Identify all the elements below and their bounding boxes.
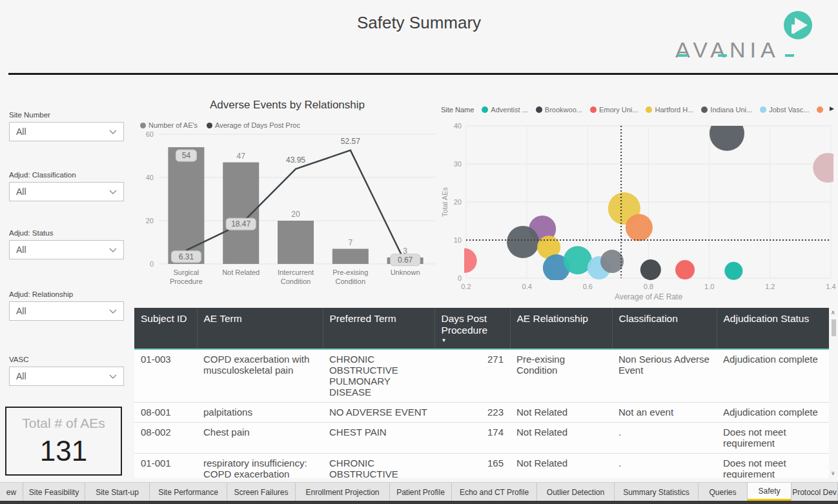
legend-item[interactable]: Average of Days Post Proc: [207, 121, 300, 129]
tab-ew[interactable]: ew: [0, 483, 23, 501]
site-legend-item[interactable]: Brookwoo...: [536, 106, 582, 114]
table-row[interactable]: 08-002Chest painCHEST PAIN174Not Related…: [134, 423, 829, 454]
tab-site-start-up[interactable]: Site Start-up: [85, 483, 150, 501]
tab-outlier-detection[interactable]: Outlier Detection: [537, 483, 615, 501]
bubble-11[interactable]: [600, 250, 624, 273]
y-tick-label: 0: [150, 260, 154, 268]
x-category-label: Surgical: [174, 268, 199, 276]
adverse-events-chart[interactable]: 0204060544720736.3118.4743.9552.570.67Su…: [137, 132, 438, 297]
x-category-label: Intercurrent: [278, 268, 314, 276]
logo-accent-bar: [678, 54, 687, 57]
chevron-down-icon: [109, 309, 117, 314]
ae-table: Subject IDAE TermPreferred TermDays Post…: [134, 308, 829, 478]
logo-accent-bar: [718, 54, 727, 57]
legend-next-arrow-icon[interactable]: ▶: [830, 105, 834, 112]
bubble-13[interactable]: [675, 260, 695, 279]
filter-adjud-relationship: Adjud: Relationship All: [9, 290, 124, 321]
data-label: 0.67: [398, 256, 413, 265]
table-scroll-up-icon[interactable]: ∧: [831, 309, 835, 316]
bubble-1[interactable]: [813, 153, 837, 183]
tab-echo-and-ct-profile[interactable]: Echo and CT Profile: [452, 483, 537, 501]
bubble-12[interactable]: [640, 259, 661, 280]
bar-Not Related[interactable]: [223, 163, 259, 264]
table-cell-subject_id: 08-002: [134, 423, 197, 454]
table-cell-days_post: 174: [434, 423, 510, 454]
table-cell-status: Does not meet requirement: [717, 454, 829, 479]
table-cell-classification: Not an event: [612, 403, 717, 423]
table-row[interactable]: 01-003COPD exacerbation with musculoskel…: [134, 349, 829, 403]
bubble-14[interactable]: [724, 262, 742, 280]
legend-label: Brookwoo...: [545, 106, 582, 114]
tab-summary-statistics[interactable]: Summary Statistics: [615, 483, 699, 501]
chevron-down-icon: [109, 130, 117, 134]
y-tick-label: 10: [454, 236, 462, 244]
y-tick-label: 0: [458, 274, 462, 282]
filter-label: Adjud: Relationship: [9, 290, 124, 298]
legend-dot-icon: [536, 106, 542, 113]
legend-dot-icon: [140, 123, 146, 128]
x-tick-label: 0.8: [644, 283, 653, 290]
column-header-subject_id[interactable]: Subject ID: [134, 308, 197, 349]
column-header-days_post[interactable]: Days Post Procedure▼: [434, 308, 510, 349]
site-legend-item[interactable]: Adventist ...: [482, 106, 527, 114]
table-cell-classification: .: [612, 423, 717, 454]
bubble-0[interactable]: [710, 120, 744, 151]
site-legend-item[interactable]: Jobst Vasc...: [760, 106, 809, 114]
site-legend-item[interactable]: Indiana Uni...: [701, 106, 752, 114]
column-header-relationship[interactable]: AE Relationship: [510, 308, 612, 349]
tab-enrollment-projection[interactable]: Enrollment Projection: [296, 483, 390, 501]
legend-label: Indiana Uni...: [710, 106, 752, 114]
adjud-relationship-dropdown[interactable]: All: [9, 301, 124, 321]
x-tick-label: 1.0: [704, 283, 714, 290]
tab-site-performance[interactable]: Site Performance: [150, 483, 227, 501]
column-header-classification[interactable]: Classification: [612, 308, 717, 349]
column-header-preferred_term[interactable]: Preferred Term: [323, 308, 434, 349]
x-category-label: Unknown: [391, 268, 420, 276]
bubble-5[interactable]: [507, 226, 539, 258]
data-label: 54: [182, 151, 191, 160]
legend-dot-icon: [701, 106, 708, 113]
dropdown-value: All: [16, 186, 26, 197]
table-scrollbar-thumb[interactable]: [832, 319, 836, 336]
adjud-status-dropdown[interactable]: All: [9, 240, 124, 259]
adjud-classification-dropdown[interactable]: All: [9, 182, 124, 201]
table-cell-days_post: 271: [434, 349, 510, 403]
bar-Pre-exising Condition[interactable]: [332, 249, 369, 264]
x-tick-label: 1.2: [765, 283, 775, 290]
legend-label: Emory Uni...: [599, 106, 639, 114]
tab-queries[interactable]: Queries: [699, 483, 748, 501]
filter-label: VASC: [9, 356, 124, 363]
y-tick-label: 40: [454, 122, 462, 130]
table-cell-relationship: Pre-exising Condition: [510, 349, 612, 403]
tab-patient-profile[interactable]: Patient Profile: [390, 483, 452, 501]
data-label: 47: [237, 152, 246, 161]
site-legend-item[interactable]: Hartford H...: [646, 106, 693, 114]
legend-item[interactable]: Number of AE's: [140, 121, 198, 129]
legend-label: Average of Days Post Proc: [215, 121, 300, 129]
tab-protocol-dev[interactable]: Protocol Dev: [792, 483, 838, 501]
column-header-ae_term[interactable]: AE Term: [197, 308, 323, 349]
bubble-7[interactable]: [453, 248, 477, 273]
table-row[interactable]: 01-001respiratory insufficiency: COPD ex…: [134, 454, 829, 479]
site-legend-item[interactable]: Emory Uni...: [590, 106, 639, 114]
x-category-label: Procedure: [170, 277, 203, 285]
dropdown-value: All: [16, 371, 26, 381]
tab-safety[interactable]: Safety: [748, 483, 792, 501]
bubble-3[interactable]: [626, 214, 653, 241]
y-tick-label: 20: [146, 217, 154, 225]
column-header-status[interactable]: Adjudication Status: [717, 308, 829, 349]
legend-dot-icon: [482, 106, 488, 113]
bar-Surgical Procedure[interactable]: [168, 147, 204, 264]
logo-accent-bar: [785, 54, 794, 57]
bar-Intercurrent Condition[interactable]: [278, 221, 314, 264]
site-legend-item[interactable]: Lakeview R...: [817, 106, 826, 114]
data-label: 6.31: [179, 252, 194, 261]
table-row[interactable]: 08-001palpitationsNO ADVERSE EVENT223Not…: [134, 403, 829, 423]
site-bubble-chart[interactable]: 0102030400.20.40.60.81.01.21.4Average of…: [441, 120, 837, 303]
site-number-dropdown[interactable]: All: [9, 122, 124, 141]
table-cell-subject_id: 01-001: [134, 454, 197, 479]
table-scroll-down-icon[interactable]: ∨: [831, 470, 835, 476]
vasc-dropdown[interactable]: All: [9, 367, 124, 386]
tab-screen-failures[interactable]: Screen Failures: [227, 483, 296, 501]
tab-site-feasibility[interactable]: Site Feasibility: [23, 483, 85, 501]
